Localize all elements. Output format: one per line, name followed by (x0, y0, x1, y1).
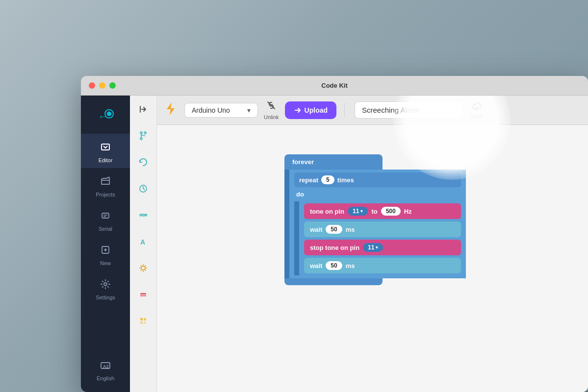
refresh-icon-btn[interactable] (134, 153, 152, 171)
svg-text:A: A (140, 238, 145, 246)
svg-point-10 (104, 283, 107, 286)
english-label: English (97, 375, 114, 381)
wait1-unit: ms (346, 226, 355, 233)
editor-label: Editor (99, 157, 113, 163)
hz-label: Hz (404, 208, 412, 215)
sidebar-item-serial[interactable]: Serial (81, 202, 130, 237)
toolbar-divider (344, 103, 345, 118)
chevron-down-icon: ▾ (247, 106, 251, 114)
clock-icon-btn[interactable] (134, 180, 152, 197)
new-label: New (100, 260, 111, 266)
svg-rect-30 (144, 318, 146, 320)
app-window: Code Kit ← (81, 76, 588, 392)
projects-icon (97, 173, 114, 190)
save-label: Save (470, 114, 483, 120)
upload-button-container: Upload (285, 101, 336, 119)
font-icon-btn[interactable]: A (134, 233, 152, 250)
serial-label: Serial (99, 226, 112, 232)
do-label: do (294, 190, 461, 199)
block-group: forever repeat 5 times do (284, 154, 466, 285)
svg-rect-29 (140, 318, 143, 320)
back-arrow-icon: ← (97, 107, 114, 124)
canvas-area: forever repeat 5 times do (157, 125, 588, 392)
layers-icon-btn[interactable] (134, 286, 152, 303)
board-name: Arduino Uno (192, 106, 230, 114)
sidebar-item-editor[interactable]: Editor (81, 134, 130, 168)
to-label: to (371, 208, 377, 215)
unlink-label: Unlink (264, 114, 279, 120)
svg-line-24 (145, 270, 146, 270)
sidebar-item-settings[interactable]: Settings (81, 271, 130, 305)
svg-rect-4 (102, 213, 109, 218)
unlink-button[interactable]: Unlink (264, 100, 279, 120)
freq-value[interactable]: 500 (381, 207, 401, 216)
tone-label: tone on pin (310, 208, 344, 215)
sun-icon-btn[interactable] (134, 259, 152, 277)
titlebar: Code Kit (81, 76, 588, 96)
language-icon: AZ (99, 359, 112, 373)
times-label: times (337, 176, 354, 184)
repeat-label: repeat (299, 176, 318, 184)
svg-rect-32 (144, 321, 146, 324)
svg-rect-31 (140, 321, 143, 324)
wait2-block[interactable]: wait 50 ms (304, 258, 461, 273)
bolt-icon (165, 101, 177, 119)
sidebar-item-new[interactable]: New (81, 237, 130, 271)
wait2-label: wait (310, 262, 322, 270)
svg-rect-28 (140, 295, 146, 296)
svg-rect-27 (140, 293, 146, 294)
infinity-icon-btn[interactable] (134, 206, 152, 224)
do-body: tone on pin 11 ▾ to 500 Hz (294, 201, 461, 275)
svg-text:AZ: AZ (103, 364, 109, 369)
sidebar-dark: ← Editor (81, 96, 130, 392)
new-icon (97, 242, 114, 258)
svg-point-2 (107, 112, 111, 116)
forever-footer (284, 278, 383, 285)
minimize-button[interactable] (99, 82, 105, 89)
svg-rect-3 (102, 144, 109, 150)
wait2-value[interactable]: 50 (326, 261, 342, 270)
unlink-icon (266, 100, 277, 113)
sidebar-item-projects[interactable]: Projects (81, 168, 130, 202)
toolbar: Arduino Uno ▾ Unlink (157, 96, 588, 125)
svg-line-26 (145, 266, 146, 266)
tone-block[interactable]: tone on pin 11 ▾ to 500 Hz (304, 203, 461, 219)
window-title: Code Kit (321, 82, 347, 89)
save-cloud-icon (471, 101, 483, 113)
close-button[interactable] (89, 82, 95, 89)
pin-value[interactable]: 11 ▾ (348, 207, 368, 216)
settings-icon (97, 276, 114, 293)
branch-icon-btn[interactable] (134, 127, 152, 145)
svg-line-25 (141, 270, 141, 270)
wait1-label: wait (310, 226, 322, 233)
svg-point-18 (141, 266, 145, 270)
board-select-dropdown[interactable]: Arduino Uno ▾ (184, 103, 258, 118)
upload-button[interactable]: Upload (285, 101, 336, 119)
upload-label: Upload (305, 106, 328, 114)
repeat-block[interactable]: repeat 5 times (294, 172, 461, 187)
wait2-unit: ms (346, 262, 355, 270)
stop-pin-value[interactable]: 11 ▾ (363, 243, 383, 252)
svg-point-15 (140, 138, 142, 140)
wait1-block[interactable]: wait 50 ms (304, 221, 461, 237)
wait1-value[interactable]: 50 (326, 225, 342, 234)
sidebar-item-english[interactable]: AZ English (81, 354, 130, 386)
main-content: ← Editor (81, 96, 588, 392)
svg-line-23 (141, 266, 141, 266)
toolbar-content: Arduino Uno ▾ Unlink (157, 96, 588, 392)
import-icon-btn[interactable] (134, 100, 152, 118)
sidebar-back-button[interactable]: ← (81, 101, 130, 134)
forever-block[interactable]: forever repeat 5 times do (284, 154, 466, 285)
maximize-button[interactable] (109, 82, 116, 89)
repeat-count[interactable]: 5 (321, 175, 334, 184)
stop-tone-block[interactable]: stop tone on pin 11 ▾ (304, 240, 461, 255)
project-name-input[interactable] (355, 101, 462, 119)
stop-tone-label: stop tone on pin (310, 244, 359, 251)
projects-label: Projects (96, 192, 115, 197)
traffic-lights (89, 82, 116, 89)
settings-label: Settings (96, 294, 115, 300)
sidebar-icons: A (130, 96, 157, 392)
editor-icon (97, 139, 114, 155)
save-button[interactable]: Save (470, 101, 483, 120)
sticker-icon-btn[interactable] (134, 312, 152, 330)
